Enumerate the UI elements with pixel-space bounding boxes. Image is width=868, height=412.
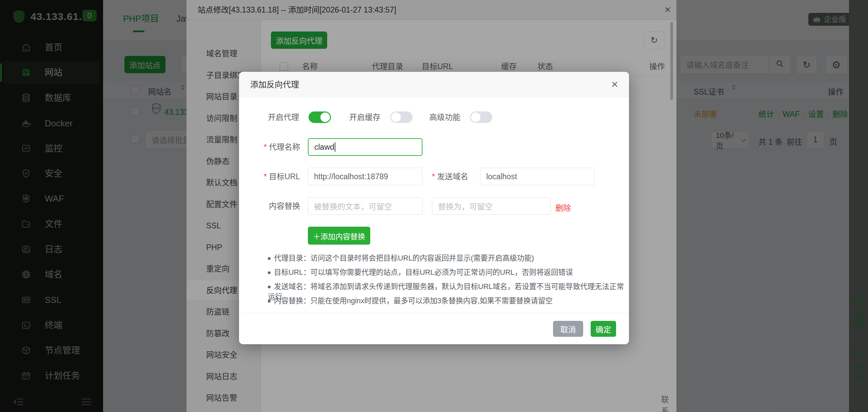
replace-from-input[interactable]: 被替换的文本，可留空 [308,197,422,215]
send-domain-input[interactable]: localhost [480,168,595,185]
help-item: 内容替换：只能在使用nginx时提供，最多可以添加3条替换内容,如果不需要替换请… [268,296,553,306]
cache-enable-toggle[interactable] [390,111,413,123]
bullet-icon [268,300,271,303]
target-url-input[interactable]: http://localhost:18789 [308,168,422,185]
add-content-replace-button[interactable]: ＋添加内容替换 [308,227,370,245]
help-item: 代理目录：访问这个目录时将会把目标URL的内容返回并显示(需要开启高级功能) [268,253,534,263]
proxy-name-input[interactable]: clawd [308,138,422,156]
advanced-enable-toggle[interactable] [470,111,492,123]
send-domain-label: *发送域名 [419,168,468,185]
bullet-icon [268,271,271,274]
delete-replace-link[interactable]: 删除 [555,202,571,213]
add-reverse-proxy-modal: 添加反向代理 × 开启代理 开启缓存 高级功能 *代理名称 clawd *目标U… [239,72,629,344]
dialog-header[interactable]: 添加反向代理 × [239,72,629,97]
proxy-name-label: *代理名称 [246,138,300,156]
toggle-cache-label: 开启缓存 [349,108,380,126]
dialog-title: 添加反向代理 [250,72,299,97]
toggle-advanced-label: 高级功能 [429,108,460,126]
text-caret [335,142,335,152]
confirm-button[interactable]: 确定 [591,321,616,337]
footer-divider [239,313,629,313]
toggle-proxy-label: 开启代理 [268,108,299,126]
help-item: 目标URL：可以填写你需要代理的站点，目标URL必须为可正常访问的URL，否则将… [268,267,573,277]
target-url-label: *目标URL [246,168,300,185]
bullet-icon [268,257,271,260]
cancel-button[interactable]: 取消 [553,321,583,337]
proxy-enable-toggle[interactable] [309,111,331,123]
bullet-icon [268,286,271,288]
replace-to-input[interactable]: 替换为，可留空 [432,197,551,215]
close-icon[interactable]: × [605,72,625,97]
content-replace-label: 内容替换 [246,197,300,215]
